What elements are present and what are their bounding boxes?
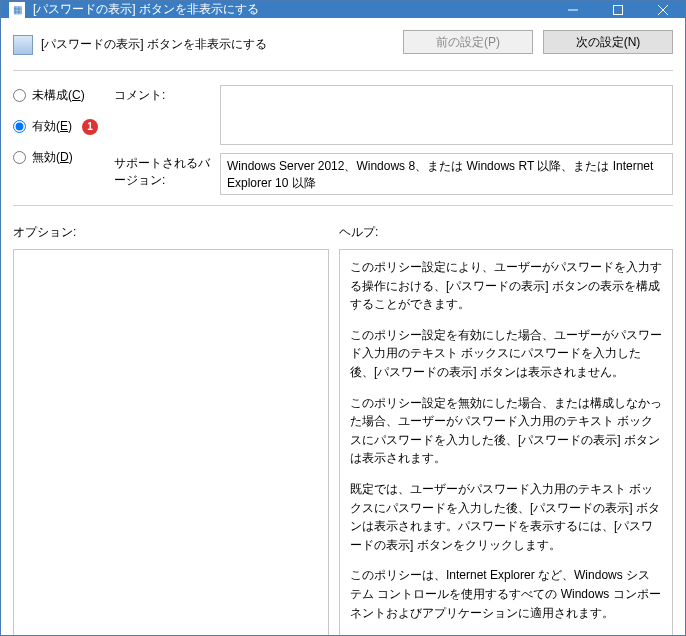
not-configured-label[interactable]: 未構成(C) [32, 87, 85, 104]
help-panel: このポリシー設定により、ユーザーがパスワードを入力する操作における、[パスワード… [339, 249, 673, 636]
maximize-button[interactable] [595, 1, 640, 18]
window-title: [パスワードの表示] ボタンを非表示にする [33, 1, 550, 18]
help-paragraph: このポリシーは、Internet Explorer など、Windows システ… [350, 566, 662, 622]
enabled-label[interactable]: 有効(E) [32, 118, 72, 135]
supported-version-label: サポートされるバージョン: [114, 153, 214, 189]
comment-label: コメント: [114, 85, 214, 104]
previous-setting-button[interactable]: 前の設定(P) [403, 30, 533, 54]
help-paragraph: 既定では、ユーザーがパスワード入力用のテキスト ボックスにパスワードを入力した後… [350, 480, 662, 554]
enabled-radio[interactable] [13, 120, 26, 133]
not-configured-radio[interactable] [13, 89, 26, 102]
policy-icon [13, 35, 33, 55]
options-label: オプション: [13, 224, 329, 241]
help-paragraph: このポリシー設定を有効にした場合、ユーザーがパスワード入力用のテキスト ボックス… [350, 326, 662, 382]
titlebar: ▦ [パスワードの表示] ボタンを非表示にする [1, 1, 685, 18]
close-icon [658, 5, 668, 15]
help-paragraph: このポリシー設定を無効にした場合、または構成しなかった場合、ユーザーがパスワード… [350, 394, 662, 468]
annotation-badge-1: 1 [82, 119, 98, 135]
help-paragraph: このポリシー設定により、ユーザーがパスワードを入力する操作における、[パスワード… [350, 258, 662, 314]
divider [13, 70, 673, 71]
close-button[interactable] [640, 1, 685, 18]
app-icon: ▦ [9, 2, 25, 18]
divider [13, 205, 673, 206]
disabled-radio[interactable] [13, 151, 26, 164]
state-radio-group: 未構成(C) 有効(E) 1 無効(D) [13, 85, 98, 195]
minimize-icon [568, 5, 578, 15]
minimize-button[interactable] [550, 1, 595, 18]
next-setting-button[interactable]: 次の設定(N) [543, 30, 673, 54]
maximize-icon [613, 5, 623, 15]
disabled-label[interactable]: 無効(D) [32, 149, 73, 166]
supported-version-text: Windows Server 2012、Windows 8、または Window… [220, 153, 673, 195]
help-label: ヘルプ: [339, 224, 378, 241]
svg-rect-1 [613, 5, 622, 14]
comment-textarea[interactable] [220, 85, 673, 145]
options-panel [13, 249, 329, 636]
policy-title: [パスワードの表示] ボタンを非表示にする [41, 36, 395, 53]
